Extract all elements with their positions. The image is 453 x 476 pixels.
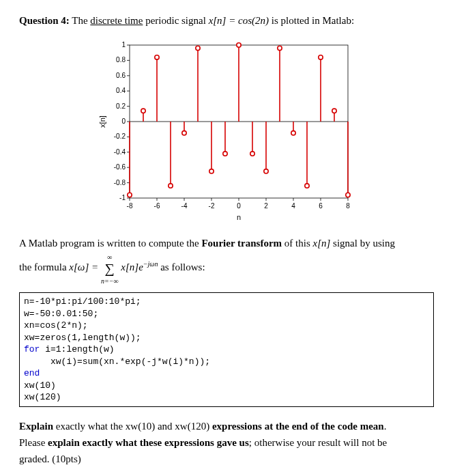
svg-point-73 (319, 55, 323, 59)
exp-3: graded. (10pts) (19, 453, 81, 464)
q-signal-eq: x[n] = cos(2n) (209, 15, 269, 26)
svg-text:-6: -6 (154, 202, 160, 210)
intro-sig: x[n] (312, 238, 330, 249)
intro-1a: A Matlab program is written to compute t… (19, 238, 201, 249)
svg-point-51 (169, 184, 173, 188)
intro-paragraph: A Matlab program is written to compute t… (19, 235, 434, 285)
code-l9: xw(120) (24, 392, 61, 402)
svg-point-67 (278, 46, 282, 50)
svg-point-63 (250, 152, 254, 156)
svg-text:x[n]: x[n] (98, 115, 106, 128)
exp-1d: . (384, 421, 387, 432)
svg-point-61 (237, 43, 241, 47)
svg-text:1: 1 (121, 41, 126, 48)
exp-1a: Explain (19, 421, 53, 432)
intro-1c: signal by using (330, 238, 395, 249)
exp-2c: ; otherwise your result will not be (249, 437, 387, 448)
svg-point-69 (291, 131, 295, 135)
dtft-formula: x[ω] = ∞ ∑ n=−∞ x[n]e−jωn (69, 262, 160, 272)
svg-text:-8: -8 (127, 202, 133, 210)
svg-text:n: n (237, 213, 241, 221)
svg-text:0: 0 (121, 117, 126, 125)
q-underline: discrete time (90, 15, 143, 26)
explain-paragraph: Explain exactly what the xw(10) and xw(1… (19, 418, 434, 467)
svg-point-53 (182, 131, 186, 135)
code-l2: w=-50:0.01:50; (24, 309, 98, 319)
svg-point-71 (305, 184, 309, 188)
sum-upper: ∞ (107, 253, 112, 261)
svg-text:4: 4 (291, 202, 295, 210)
intro-2b: as follows: (160, 262, 205, 272)
code-l4: xw=zeros(1,length(w)); (24, 333, 141, 343)
code-l7: end (24, 368, 40, 378)
code-l5b: i=1:length(w) (40, 344, 114, 354)
chart-container: -1-0.8-0.6-0.4-0.200.20.40.60.81-8-6-4-2… (19, 38, 434, 223)
svg-text:8: 8 (346, 202, 350, 210)
svg-text:0.8: 0.8 (116, 56, 126, 64)
svg-text:0.2: 0.2 (116, 102, 126, 110)
intro-1b: of this (282, 238, 312, 249)
question-line: Question 4: The discrete time periodic s… (19, 12, 434, 29)
sigma-icon: ∑ (105, 261, 115, 276)
formula-exp: −jωn (143, 260, 158, 268)
svg-text:0.6: 0.6 (116, 72, 126, 79)
svg-point-75 (332, 109, 336, 113)
svg-point-47 (141, 109, 145, 113)
svg-point-77 (346, 193, 350, 197)
q-text-3: is plotted in Matlab: (269, 15, 354, 26)
svg-text:-0.8: -0.8 (114, 179, 126, 186)
code-l6: xw(i)=sum(xn.*exp(-j*w(i)*n)); (24, 356, 210, 367)
exp-2a: Please (19, 437, 48, 448)
svg-point-65 (264, 169, 268, 173)
matlab-code-box: n=-10*pi:pi/100:10*pi; w=-50:0.01:50; xn… (19, 292, 434, 407)
svg-text:-4: -4 (181, 202, 188, 210)
code-l5a: for (24, 344, 40, 354)
code-l3: xn=cos(2*n); (24, 320, 88, 331)
svg-point-57 (209, 169, 214, 173)
exp-1c: expressions at the end of the code mean (212, 421, 384, 432)
svg-text:-1: -1 (119, 194, 126, 201)
svg-point-59 (223, 152, 227, 156)
intro-bold: Fourier transform (201, 238, 282, 249)
stem-plot: -1-0.8-0.6-0.4-0.200.20.40.60.81-8-6-4-2… (97, 38, 356, 223)
exp-1b: exactly what the xw(10) and xw(120) (53, 421, 212, 432)
svg-text:6: 6 (319, 202, 323, 210)
svg-point-49 (155, 55, 159, 59)
svg-text:2: 2 (264, 202, 268, 210)
sum-lower: n=−∞ (101, 277, 119, 285)
exp-2b: explain exactly what these expressions g… (48, 437, 249, 448)
intro-2a: the formula (19, 262, 69, 272)
code-l1: n=-10*pi:pi/100:10*pi; (24, 296, 141, 307)
svg-text:0.4: 0.4 (116, 87, 126, 94)
svg-point-55 (196, 46, 200, 50)
code-l8: xw(10) (24, 380, 56, 391)
svg-point-45 (128, 193, 132, 197)
question-label: Question 4: (19, 15, 70, 26)
svg-text:-2: -2 (209, 202, 215, 210)
q-text-1: The (72, 15, 90, 26)
svg-text:-0.2: -0.2 (114, 132, 126, 140)
svg-text:-0.4: -0.4 (114, 148, 126, 156)
svg-text:0: 0 (237, 202, 241, 210)
svg-text:-0.6: -0.6 (114, 163, 126, 171)
q-text-2: periodic signal (143, 15, 208, 26)
